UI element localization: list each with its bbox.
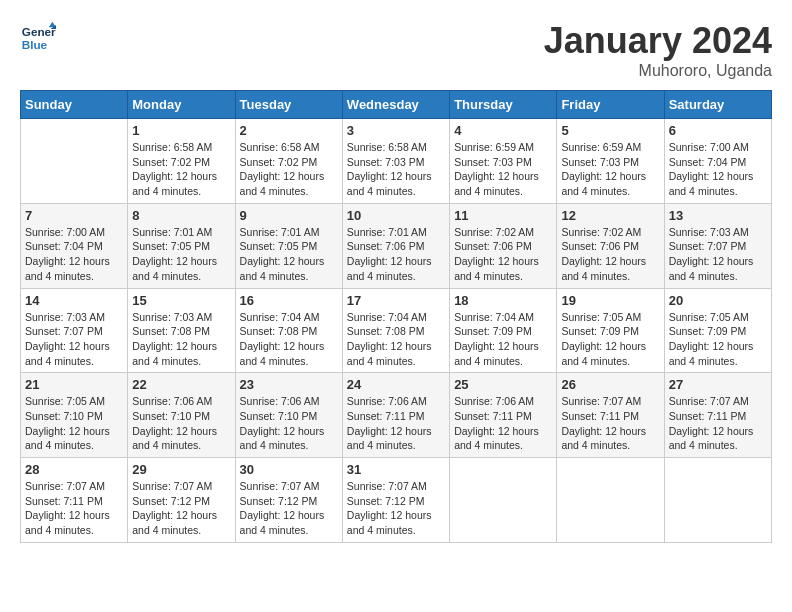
day-number: 9: [240, 208, 338, 223]
day-number: 1: [132, 123, 230, 138]
calendar-cell: 17Sunrise: 7:04 AMSunset: 7:08 PMDayligh…: [342, 288, 449, 373]
calendar-cell: 20Sunrise: 7:05 AMSunset: 7:09 PMDayligh…: [664, 288, 771, 373]
day-info: Sunrise: 6:58 AMSunset: 7:03 PMDaylight:…: [347, 140, 445, 199]
day-number: 4: [454, 123, 552, 138]
day-info: Sunrise: 7:02 AMSunset: 7:06 PMDaylight:…: [454, 225, 552, 284]
weekday-header-row: SundayMondayTuesdayWednesdayThursdayFrid…: [21, 91, 772, 119]
calendar-cell: 16Sunrise: 7:04 AMSunset: 7:08 PMDayligh…: [235, 288, 342, 373]
day-number: 20: [669, 293, 767, 308]
calendar-cell: 12Sunrise: 7:02 AMSunset: 7:06 PMDayligh…: [557, 203, 664, 288]
day-info: Sunrise: 7:03 AMSunset: 7:08 PMDaylight:…: [132, 310, 230, 369]
calendar-cell: 3Sunrise: 6:58 AMSunset: 7:03 PMDaylight…: [342, 119, 449, 204]
day-info: Sunrise: 7:01 AMSunset: 7:06 PMDaylight:…: [347, 225, 445, 284]
day-info: Sunrise: 7:03 AMSunset: 7:07 PMDaylight:…: [669, 225, 767, 284]
page-header: General Blue January 2024 Muhororo, Ugan…: [20, 20, 772, 80]
day-number: 13: [669, 208, 767, 223]
calendar-cell: 18Sunrise: 7:04 AMSunset: 7:09 PMDayligh…: [450, 288, 557, 373]
day-number: 17: [347, 293, 445, 308]
weekday-header-tuesday: Tuesday: [235, 91, 342, 119]
calendar-header: SundayMondayTuesdayWednesdayThursdayFrid…: [21, 91, 772, 119]
calendar-cell: 8Sunrise: 7:01 AMSunset: 7:05 PMDaylight…: [128, 203, 235, 288]
calendar-cell: 26Sunrise: 7:07 AMSunset: 7:11 PMDayligh…: [557, 373, 664, 458]
day-info: Sunrise: 7:07 AMSunset: 7:11 PMDaylight:…: [561, 394, 659, 453]
calendar-cell: 21Sunrise: 7:05 AMSunset: 7:10 PMDayligh…: [21, 373, 128, 458]
day-number: 8: [132, 208, 230, 223]
calendar-cell: 7Sunrise: 7:00 AMSunset: 7:04 PMDaylight…: [21, 203, 128, 288]
calendar-cell: 30Sunrise: 7:07 AMSunset: 7:12 PMDayligh…: [235, 458, 342, 543]
day-info: Sunrise: 6:58 AMSunset: 7:02 PMDaylight:…: [240, 140, 338, 199]
day-number: 28: [25, 462, 123, 477]
calendar-cell: 19Sunrise: 7:05 AMSunset: 7:09 PMDayligh…: [557, 288, 664, 373]
day-info: Sunrise: 7:06 AMSunset: 7:11 PMDaylight:…: [454, 394, 552, 453]
calendar-cell: 25Sunrise: 7:06 AMSunset: 7:11 PMDayligh…: [450, 373, 557, 458]
day-info: Sunrise: 6:59 AMSunset: 7:03 PMDaylight:…: [454, 140, 552, 199]
day-number: 16: [240, 293, 338, 308]
calendar-cell: 9Sunrise: 7:01 AMSunset: 7:05 PMDaylight…: [235, 203, 342, 288]
day-number: 22: [132, 377, 230, 392]
day-number: 12: [561, 208, 659, 223]
day-number: 19: [561, 293, 659, 308]
month-title: January 2024: [544, 20, 772, 62]
day-info: Sunrise: 7:07 AMSunset: 7:11 PMDaylight:…: [25, 479, 123, 538]
day-info: Sunrise: 7:05 AMSunset: 7:09 PMDaylight:…: [669, 310, 767, 369]
day-info: Sunrise: 7:00 AMSunset: 7:04 PMDaylight:…: [669, 140, 767, 199]
day-number: 30: [240, 462, 338, 477]
day-number: 18: [454, 293, 552, 308]
day-info: Sunrise: 6:58 AMSunset: 7:02 PMDaylight:…: [132, 140, 230, 199]
calendar-body: 1Sunrise: 6:58 AMSunset: 7:02 PMDaylight…: [21, 119, 772, 543]
day-info: Sunrise: 7:04 AMSunset: 7:08 PMDaylight:…: [240, 310, 338, 369]
day-info: Sunrise: 7:01 AMSunset: 7:05 PMDaylight:…: [132, 225, 230, 284]
calendar-cell: 2Sunrise: 6:58 AMSunset: 7:02 PMDaylight…: [235, 119, 342, 204]
day-info: Sunrise: 7:07 AMSunset: 7:12 PMDaylight:…: [347, 479, 445, 538]
day-number: 23: [240, 377, 338, 392]
day-number: 25: [454, 377, 552, 392]
calendar-cell: 14Sunrise: 7:03 AMSunset: 7:07 PMDayligh…: [21, 288, 128, 373]
weekday-header-thursday: Thursday: [450, 91, 557, 119]
day-number: 7: [25, 208, 123, 223]
day-number: 6: [669, 123, 767, 138]
day-info: Sunrise: 7:05 AMSunset: 7:10 PMDaylight:…: [25, 394, 123, 453]
calendar-week-3: 14Sunrise: 7:03 AMSunset: 7:07 PMDayligh…: [21, 288, 772, 373]
calendar-cell: 5Sunrise: 6:59 AMSunset: 7:03 PMDaylight…: [557, 119, 664, 204]
calendar-cell: 29Sunrise: 7:07 AMSunset: 7:12 PMDayligh…: [128, 458, 235, 543]
calendar-week-2: 7Sunrise: 7:00 AMSunset: 7:04 PMDaylight…: [21, 203, 772, 288]
calendar-cell: [664, 458, 771, 543]
calendar-cell: 4Sunrise: 6:59 AMSunset: 7:03 PMDaylight…: [450, 119, 557, 204]
calendar-cell: 24Sunrise: 7:06 AMSunset: 7:11 PMDayligh…: [342, 373, 449, 458]
title-area: January 2024 Muhororo, Uganda: [544, 20, 772, 80]
day-info: Sunrise: 7:01 AMSunset: 7:05 PMDaylight:…: [240, 225, 338, 284]
day-info: Sunrise: 7:02 AMSunset: 7:06 PMDaylight:…: [561, 225, 659, 284]
weekday-header-monday: Monday: [128, 91, 235, 119]
day-number: 24: [347, 377, 445, 392]
day-info: Sunrise: 7:03 AMSunset: 7:07 PMDaylight:…: [25, 310, 123, 369]
day-number: 29: [132, 462, 230, 477]
calendar-cell: 28Sunrise: 7:07 AMSunset: 7:11 PMDayligh…: [21, 458, 128, 543]
weekday-header-wednesday: Wednesday: [342, 91, 449, 119]
weekday-header-friday: Friday: [557, 91, 664, 119]
calendar-table: SundayMondayTuesdayWednesdayThursdayFrid…: [20, 90, 772, 543]
day-info: Sunrise: 6:59 AMSunset: 7:03 PMDaylight:…: [561, 140, 659, 199]
day-number: 3: [347, 123, 445, 138]
day-info: Sunrise: 7:06 AMSunset: 7:10 PMDaylight:…: [132, 394, 230, 453]
calendar-cell: [450, 458, 557, 543]
day-number: 2: [240, 123, 338, 138]
day-number: 10: [347, 208, 445, 223]
day-info: Sunrise: 7:04 AMSunset: 7:09 PMDaylight:…: [454, 310, 552, 369]
calendar-cell: 10Sunrise: 7:01 AMSunset: 7:06 PMDayligh…: [342, 203, 449, 288]
day-number: 26: [561, 377, 659, 392]
calendar-cell: 23Sunrise: 7:06 AMSunset: 7:10 PMDayligh…: [235, 373, 342, 458]
calendar-cell: 15Sunrise: 7:03 AMSunset: 7:08 PMDayligh…: [128, 288, 235, 373]
calendar-cell: [557, 458, 664, 543]
calendar-cell: 11Sunrise: 7:02 AMSunset: 7:06 PMDayligh…: [450, 203, 557, 288]
calendar-cell: 6Sunrise: 7:00 AMSunset: 7:04 PMDaylight…: [664, 119, 771, 204]
day-info: Sunrise: 7:05 AMSunset: 7:09 PMDaylight:…: [561, 310, 659, 369]
logo-icon: General Blue: [20, 20, 56, 56]
day-info: Sunrise: 7:04 AMSunset: 7:08 PMDaylight:…: [347, 310, 445, 369]
day-number: 21: [25, 377, 123, 392]
calendar-cell: 22Sunrise: 7:06 AMSunset: 7:10 PMDayligh…: [128, 373, 235, 458]
day-info: Sunrise: 7:07 AMSunset: 7:12 PMDaylight:…: [240, 479, 338, 538]
day-info: Sunrise: 7:06 AMSunset: 7:11 PMDaylight:…: [347, 394, 445, 453]
day-number: 15: [132, 293, 230, 308]
calendar-cell: 1Sunrise: 6:58 AMSunset: 7:02 PMDaylight…: [128, 119, 235, 204]
day-info: Sunrise: 7:07 AMSunset: 7:12 PMDaylight:…: [132, 479, 230, 538]
